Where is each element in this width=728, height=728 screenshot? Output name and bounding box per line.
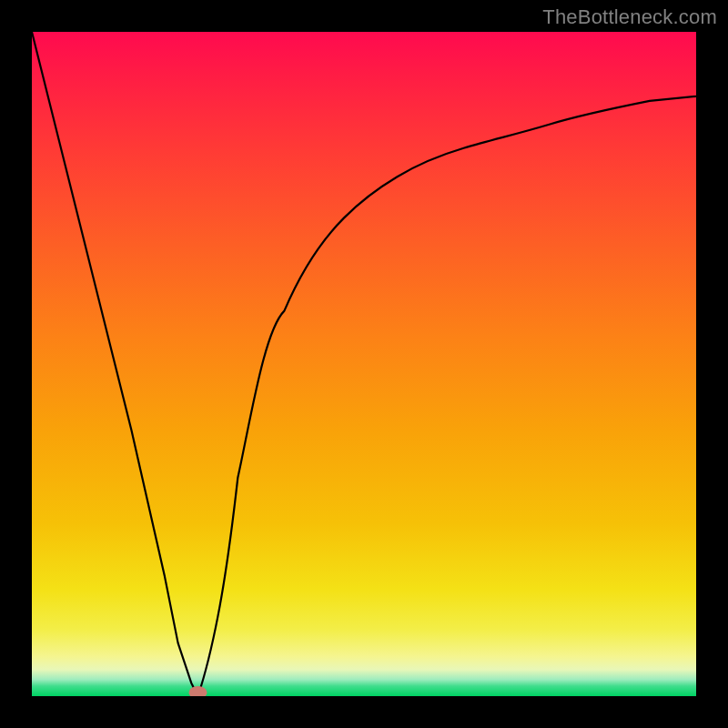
chart-container: TheBottleneck.com [0,0,728,728]
watermark-text: TheBottleneck.com [542,5,717,29]
plot-area [32,32,696,696]
curve-svg [32,32,696,696]
optimum-marker [189,686,207,696]
bottleneck-curve-path [32,32,696,696]
